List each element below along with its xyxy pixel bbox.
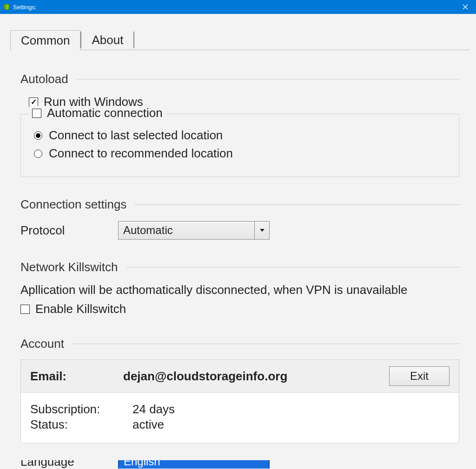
status-label: Status: — [30, 417, 132, 432]
subscription-label: Subscription: — [30, 402, 132, 417]
section-title: Connection settings — [20, 197, 135, 212]
killswitch-description: Apllication will be acthomatically disco… — [20, 283, 459, 297]
window-title: Settings: — [13, 4, 37, 11]
language-value: English — [119, 460, 269, 469]
exit-button[interactable]: Exit — [389, 366, 450, 386]
protocol-row: Protocol Automatic — [20, 221, 459, 240]
protocol-dropdown[interactable]: Automatic — [118, 221, 270, 240]
connect-last-row: Connect to last selected location — [34, 128, 448, 143]
language-row: Language English — [20, 460, 459, 469]
close-button[interactable] — [455, 0, 476, 14]
section-title: Autoload — [20, 72, 77, 86]
connect-last-radio[interactable] — [34, 131, 42, 140]
tab-separator — [133, 32, 134, 48]
subscription-value: 24 days — [132, 402, 175, 417]
connect-recommended-radio[interactable] — [34, 150, 42, 158]
protocol-label: Protocol — [20, 223, 118, 238]
run-with-windows-checkbox[interactable] — [29, 98, 38, 107]
automatic-connection-checkbox[interactable] — [32, 109, 41, 118]
account-card: Email: dejan@cloudstorageinfo.org Exit S… — [20, 359, 459, 443]
section-autoload-heading: Autoload — [20, 72, 459, 86]
section-killswitch-heading: Network Killswitch — [20, 260, 459, 274]
account-email-value: dejan@cloudstorageinfo.org — [123, 369, 389, 384]
enable-killswitch-row: Enable Killswitch — [20, 302, 459, 316]
titlebar: Settings: — [0, 0, 476, 14]
chevron-down-icon — [254, 221, 269, 239]
enable-killswitch-label: Enable Killswitch — [35, 302, 126, 316]
language-label: Language — [20, 460, 118, 469]
automatic-connection-label: Automatic connection — [47, 106, 163, 120]
enable-killswitch-checkbox[interactable] — [20, 305, 30, 314]
auto-connection-group: Automatic connection Connect to last sel… — [20, 114, 459, 177]
tab-about[interactable]: About — [81, 30, 133, 50]
connect-recommended-label: Connect to recommended location — [49, 146, 233, 161]
tab-panel-common: Autoload Run with Windows Automatic conn… — [1, 72, 475, 469]
section-connection-heading: Connection settings — [20, 197, 459, 212]
section-title: Account — [20, 337, 73, 351]
close-icon — [463, 4, 468, 10]
account-email-label: Email: — [30, 369, 123, 384]
app-shield-icon — [3, 3, 10, 11]
language-dropdown[interactable]: English — [118, 460, 270, 469]
section-account-heading: Account — [20, 337, 459, 351]
tab-common[interactable]: Common — [10, 30, 80, 51]
connect-recommended-row: Connect to recommended location — [34, 146, 448, 161]
connect-last-label: Connect to last selected location — [49, 128, 223, 143]
svg-marker-2 — [260, 229, 264, 232]
tabs: Common About — [1, 27, 475, 50]
protocol-value: Automatic — [119, 221, 254, 239]
status-value: active — [132, 417, 164, 432]
section-title: Network Killswitch — [20, 260, 126, 274]
